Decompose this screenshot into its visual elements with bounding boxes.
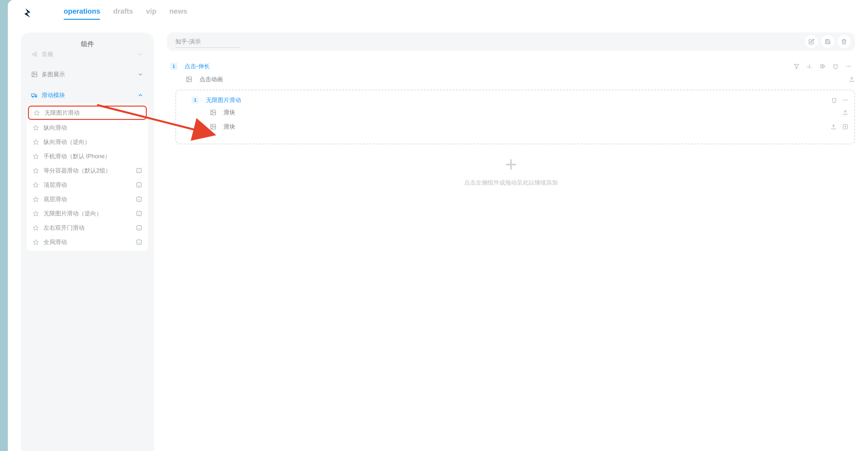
trash-icon[interactable]	[831, 97, 837, 103]
info-icon[interactable]	[136, 239, 142, 245]
star-icon	[32, 167, 39, 174]
sidebar-item-label: 无限图片滑动（逆向）	[43, 210, 102, 217]
svg-point-52	[212, 111, 213, 112]
tab-vip[interactable]: vip	[146, 7, 157, 20]
svg-marker-28	[33, 226, 38, 230]
star-icon	[32, 210, 39, 217]
sidebar-item-double-door-slide[interactable]: 左右双开门滑动	[27, 221, 148, 235]
svg-point-50	[846, 100, 847, 101]
sidebar-cat-audio[interactable]: 音频	[25, 49, 150, 61]
svg-point-49	[845, 100, 846, 101]
delete-button[interactable]	[837, 35, 850, 48]
add-box-icon[interactable]	[842, 123, 848, 130]
svg-point-4	[33, 73, 34, 74]
more-icon[interactable]	[845, 63, 852, 69]
chevron-down-icon	[137, 71, 144, 78]
svg-point-43	[848, 66, 849, 67]
slider-row[interactable]: 滑块	[182, 120, 848, 134]
inner-block-title: 无限图片滑动	[206, 96, 241, 104]
slider-row[interactable]: 滑块	[182, 105, 848, 120]
drop-hint-area[interactable]: + 点击左侧组件或拖动至此以继续添加	[167, 144, 855, 186]
sidebar-item-global-slide[interactable]: 全局滑动	[27, 235, 148, 249]
sidebar-item-phone-slide[interactable]: 手机滑动（默认 IPhone）	[27, 149, 148, 163]
sidebar-cat-label: 音频	[41, 50, 53, 58]
sidebar-item-label: 等分容器滑动（默认2组）	[43, 167, 111, 175]
animation-row[interactable]: 点击动画	[167, 72, 855, 86]
nav-tabs: operations drafts vip news	[64, 7, 187, 20]
image-icon	[31, 71, 38, 78]
svg-point-44	[850, 66, 851, 67]
chevron-up-icon	[137, 92, 144, 98]
info-icon[interactable]	[136, 182, 142, 188]
sidebar-item-label: 左右双开门滑动	[43, 224, 85, 232]
edit-button[interactable]	[805, 35, 818, 48]
image-icon	[210, 109, 216, 116]
star-icon	[32, 182, 39, 188]
block-index-badge: 1	[170, 63, 177, 70]
plus-icon: +	[167, 154, 855, 175]
drop-hint-text: 点击左侧组件或拖动至此以继续添加	[167, 179, 855, 186]
star-icon	[32, 239, 39, 245]
svg-marker-32	[33, 240, 38, 245]
info-icon[interactable]	[136, 196, 142, 203]
svg-marker-11	[33, 154, 38, 159]
sidebar-item-label: 全局滑动	[43, 238, 67, 246]
upload-icon[interactable]	[830, 123, 837, 130]
tab-operations[interactable]: operations	[64, 7, 100, 20]
sidebar-cat-label: 滑动模块	[41, 91, 65, 99]
upload-icon[interactable]	[848, 76, 855, 83]
sidebar-cat-slidemodule[interactable]: 滑动模块	[25, 88, 150, 102]
chevron-down-icon	[137, 51, 144, 58]
sidebar-item-infinite-image-slide[interactable]: 无限图片滑动	[28, 106, 147, 120]
sidebar-cat-label: 多图展示	[41, 70, 65, 78]
info-icon[interactable]	[136, 210, 142, 217]
svg-marker-36	[794, 64, 799, 69]
image-icon	[186, 76, 192, 83]
star-icon	[32, 196, 39, 203]
play-icon[interactable]	[819, 63, 826, 69]
svg-marker-9	[33, 125, 38, 130]
document-title-input[interactable]: 知乎-演示	[176, 36, 240, 48]
star-icon	[33, 110, 40, 116]
svg-point-7	[35, 96, 36, 97]
truck-icon	[31, 92, 38, 98]
svg-point-55	[212, 125, 213, 126]
star-icon	[32, 224, 39, 231]
svg-marker-20	[33, 197, 38, 202]
sidebar-item-infinite-image-slide-reverse[interactable]: 无限图片滑动（逆向）	[27, 206, 148, 221]
block-header[interactable]: 1 点击-伸长	[167, 60, 855, 72]
document-titlebar: 知乎-演示	[167, 32, 855, 51]
inner-block-index: 1	[192, 96, 199, 104]
more-icon[interactable]	[842, 97, 848, 103]
svg-point-46	[188, 78, 189, 79]
upload-icon[interactable]	[842, 109, 848, 116]
sidebar-cat-multiimage[interactable]: 多图展示	[25, 67, 150, 82]
save-button[interactable]	[821, 35, 834, 48]
sidebar-item-label: 纵向滑动（逆向）	[43, 138, 90, 146]
sidebar-item-vertical-slide[interactable]: 纵向滑动	[27, 121, 148, 135]
inner-block-header[interactable]: 1 无限图片滑动	[182, 95, 848, 105]
star-icon	[32, 124, 39, 131]
svg-marker-8	[34, 111, 39, 115]
trash-icon[interactable]	[832, 63, 839, 69]
tab-drafts[interactable]: drafts	[113, 7, 133, 20]
svg-marker-12	[33, 168, 38, 173]
sidebar-item-top-layer-slide[interactable]: 顶层滑动	[27, 178, 148, 192]
sidebar-item-label: 底层滑动	[43, 195, 67, 203]
sidebar-item-vertical-slide-reverse[interactable]: 纵向滑动（逆向）	[27, 135, 148, 149]
slide-module-panel: 无限图片滑动 纵向滑动 纵向滑动（逆向） 手机滑动（默认 IPhone）	[27, 104, 148, 250]
animation-row-label: 点击动画	[199, 76, 223, 83]
filter-icon[interactable]	[793, 63, 800, 69]
nested-dropzone[interactable]: 1 无限图片滑动 滑块	[176, 90, 855, 144]
sidebar-item-split-container-slide[interactable]: 等分容器滑动（默认2组）	[27, 163, 148, 178]
bars-icon[interactable]	[806, 63, 813, 69]
svg-marker-10	[33, 140, 38, 145]
image-icon	[210, 123, 216, 130]
tab-news[interactable]: news	[169, 7, 187, 20]
svg-rect-0	[32, 54, 33, 55]
sidebar-item-label: 手机滑动（默认 IPhone）	[43, 152, 111, 160]
info-icon[interactable]	[136, 167, 142, 174]
sidebar-item-label: 纵向滑动	[43, 124, 67, 131]
sidebar-item-bottom-layer-slide[interactable]: 底层滑动	[27, 192, 148, 206]
info-icon[interactable]	[136, 224, 142, 231]
